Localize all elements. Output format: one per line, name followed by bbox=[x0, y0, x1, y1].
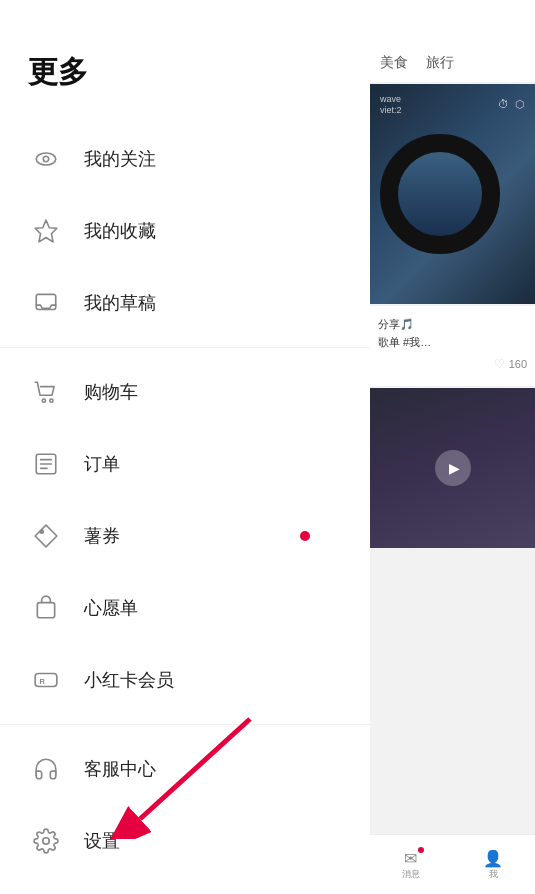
list-icon bbox=[28, 446, 64, 482]
svg-point-4 bbox=[42, 399, 45, 402]
menu-item-settings[interactable]: 设置 bbox=[0, 805, 370, 877]
coupon-notification-dot bbox=[300, 531, 310, 541]
menu-label-order: 订单 bbox=[84, 452, 120, 476]
divider-1 bbox=[0, 347, 370, 348]
svg-rect-3 bbox=[36, 294, 56, 309]
svg-text:R: R bbox=[40, 677, 46, 686]
menu-item-wishlist[interactable]: 心愿单 bbox=[0, 572, 370, 644]
svg-rect-12 bbox=[35, 674, 57, 687]
share-icon: ⬡ bbox=[515, 98, 525, 111]
bottom-nav-messages[interactable]: ✉ 消息 bbox=[402, 849, 420, 881]
card-wave-label: wave viet:2 bbox=[380, 94, 402, 116]
svg-point-1 bbox=[43, 156, 48, 161]
menu-item-vip[interactable]: R 小红卡会员 bbox=[0, 644, 370, 716]
menu-label-draft: 我的草稿 bbox=[84, 291, 156, 315]
menu-label-support: 客服中心 bbox=[84, 757, 156, 781]
card-action-icons: ⏱ ⬡ bbox=[498, 98, 525, 111]
bottom-nav-messages-label: 消息 bbox=[402, 868, 420, 881]
headset-icon bbox=[28, 751, 64, 787]
menu-item-support[interactable]: 客服中心 bbox=[0, 733, 370, 805]
eye-icon bbox=[28, 141, 64, 177]
cart-icon bbox=[28, 374, 64, 410]
message-icon: ✉ bbox=[404, 849, 417, 868]
menu-label-settings: 设置 bbox=[84, 829, 120, 853]
menu-label-cart: 购物车 bbox=[84, 380, 138, 404]
heart-icon: ♡ bbox=[494, 357, 505, 371]
divider-2 bbox=[0, 724, 370, 725]
menu-list: 我的关注 我的收藏 我的草稿 购物车 bbox=[0, 123, 370, 877]
menu-item-order[interactable]: 订单 bbox=[0, 428, 370, 500]
svg-point-14 bbox=[43, 838, 50, 845]
svg-point-0 bbox=[36, 153, 56, 165]
menu-title: 更多 bbox=[0, 0, 370, 123]
menu-panel: 更多 我的关注 我的收藏 我的草稿 bbox=[0, 0, 370, 894]
play-button[interactable]: ▶ bbox=[435, 450, 471, 486]
svg-marker-2 bbox=[35, 220, 57, 242]
right-card-image: wave viet:2 ⏱ ⬡ bbox=[370, 84, 535, 304]
profile-icon: 👤 bbox=[483, 849, 503, 868]
bag-icon bbox=[28, 590, 64, 626]
menu-label-wishlist: 心愿单 bbox=[84, 596, 138, 620]
card-text-content: 分享🎵 歌单 #我… bbox=[378, 316, 527, 351]
card-top-bar: wave viet:2 ⏱ ⬡ bbox=[374, 90, 531, 120]
bottom-nav-profile[interactable]: 👤 我 bbox=[483, 849, 503, 881]
menu-item-follow[interactable]: 我的关注 bbox=[0, 123, 370, 195]
svg-rect-11 bbox=[37, 603, 54, 618]
right-card-text: 分享🎵 歌单 #我… ♡ 160 bbox=[370, 306, 535, 386]
bottom-nav-profile-label: 我 bbox=[489, 868, 498, 881]
menu-item-draft[interactable]: 我的草稿 bbox=[0, 267, 370, 339]
menu-item-cart[interactable]: 购物车 bbox=[0, 356, 370, 428]
right-bottom-nav: ✉ 消息 👤 我 bbox=[370, 834, 535, 894]
like-count: 160 bbox=[509, 358, 527, 370]
tab-travel: 旅行 bbox=[426, 54, 454, 72]
message-notification-dot bbox=[418, 847, 424, 853]
tab-food: 美食 bbox=[380, 54, 408, 72]
menu-item-favorite[interactable]: 我的收藏 bbox=[0, 195, 370, 267]
timer-icon: ⏱ bbox=[498, 98, 509, 111]
menu-label-follow: 我的关注 bbox=[84, 147, 156, 171]
right-panel: 美食 旅行 wave viet:2 ⏱ ⬡ 分享🎵 歌单 #我… ♡ bbox=[370, 0, 535, 894]
right-tabs-bar: 美食 旅行 bbox=[370, 0, 535, 82]
card-image-bg: wave viet:2 ⏱ ⬡ bbox=[370, 84, 535, 304]
porthole-circle bbox=[380, 134, 500, 254]
menu-label-favorite: 我的收藏 bbox=[84, 219, 156, 243]
card-like-area: ♡ 160 bbox=[378, 357, 527, 371]
menu-label-coupon: 薯券 bbox=[84, 524, 120, 548]
tag-icon bbox=[28, 518, 64, 554]
vip-icon: R bbox=[28, 662, 64, 698]
svg-point-5 bbox=[50, 399, 53, 402]
inbox-icon bbox=[28, 285, 64, 321]
gear-icon bbox=[28, 823, 64, 859]
menu-item-coupon[interactable]: 薯券 bbox=[0, 500, 370, 572]
star-icon bbox=[28, 213, 64, 249]
svg-point-10 bbox=[40, 530, 43, 533]
right-card-video: ▶ bbox=[370, 388, 535, 548]
menu-label-vip: 小红卡会员 bbox=[84, 668, 174, 692]
